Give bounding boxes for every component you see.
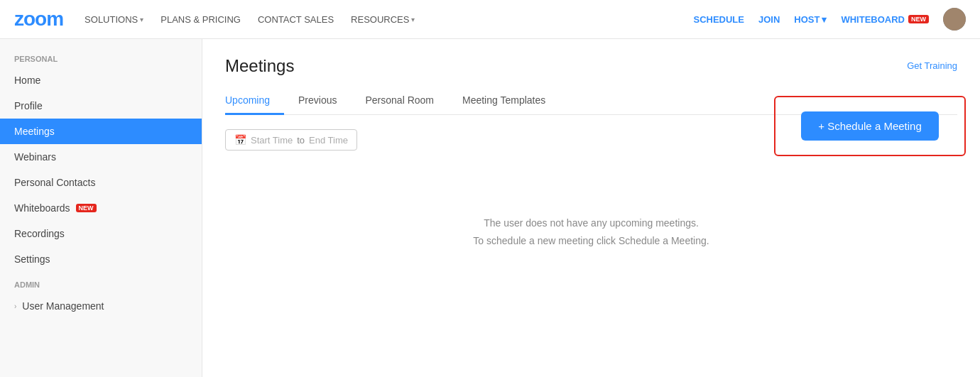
nav-host[interactable]: HOST ▾ [794, 14, 827, 25]
nav-contact-sales[interactable]: CONTACT SALES [258, 14, 334, 25]
page-layout: PERSONAL Home Profile Meetings Webinars … [0, 39, 980, 377]
tab-previous[interactable]: Previous [284, 87, 351, 115]
nav-left: zoom SOLUTIONS ▾ PLANS & PRICING CONTACT… [14, 8, 415, 31]
resources-arrow-icon: ▾ [411, 16, 415, 23]
schedule-meeting-button[interactable]: + Schedule a Meeting [801, 111, 939, 141]
nav-plans-pricing[interactable]: PLANS & PRICING [160, 14, 241, 25]
zoom-logo[interactable]: zoom [14, 8, 63, 31]
nav-resources[interactable]: RESOURCES ▾ [351, 14, 415, 25]
solutions-arrow-icon: ▾ [140, 16, 143, 23]
whiteboard-new-badge: NEW [908, 15, 929, 23]
sidebar-admin-label: ADMIN [0, 272, 202, 293]
start-time-placeholder: Start Time [251, 135, 293, 146]
sidebar-item-user-management[interactable]: › User Management [0, 293, 202, 319]
end-time-placeholder: End Time [309, 135, 348, 146]
top-navigation: zoom SOLUTIONS ▾ PLANS & PRICING CONTACT… [0, 0, 980, 39]
tab-personal-room[interactable]: Personal Room [352, 87, 449, 115]
nav-whiteboard[interactable]: WHITEBOARD NEW [841, 14, 929, 25]
get-training-link[interactable]: Get Training [907, 60, 957, 71]
sidebar-personal-label: PERSONAL [0, 46, 202, 67]
page-title: Meetings [225, 56, 294, 76]
nav-links: SOLUTIONS ▾ PLANS & PRICING CONTACT SALE… [85, 14, 415, 25]
empty-state: The user does not have any upcoming meet… [225, 172, 957, 250]
user-avatar[interactable] [943, 8, 966, 31]
empty-line-2: To schedule a new meeting click Schedule… [473, 232, 709, 250]
sidebar-item-meetings[interactable]: Meetings [0, 119, 202, 144]
sidebar-item-webinars[interactable]: Webinars [0, 144, 202, 170]
sidebar-item-settings[interactable]: Settings [0, 246, 202, 272]
nav-schedule[interactable]: SCHEDULE [693, 14, 744, 25]
empty-line-1: The user does not have any upcoming meet… [484, 214, 699, 232]
tab-meeting-templates[interactable]: Meeting Templates [448, 87, 560, 115]
whiteboards-new-badge: NEW [76, 204, 97, 212]
nav-right: SCHEDULE JOIN HOST ▾ WHITEBOARD NEW [693, 8, 966, 31]
sidebar-item-recordings[interactable]: Recordings [0, 221, 202, 246]
date-range-picker[interactable]: 📅 Start Time to End Time [225, 129, 357, 151]
user-management-arrow-icon: › [14, 302, 16, 310]
page-header: Meetings Get Training [225, 56, 957, 76]
schedule-meeting-box: + Schedule a Meeting [774, 96, 966, 156]
sidebar-item-profile[interactable]: Profile [0, 93, 202, 119]
main-content: Meetings Get Training Upcoming Previous … [202, 39, 980, 377]
tab-upcoming[interactable]: Upcoming [225, 87, 284, 115]
sidebar-item-personal-contacts[interactable]: Personal Contacts [0, 170, 202, 195]
nav-join[interactable]: JOIN [758, 14, 780, 25]
host-arrow-icon: ▾ [822, 14, 827, 25]
calendar-icon: 📅 [234, 134, 246, 146]
avatar-image [943, 8, 966, 31]
sidebar-item-home[interactable]: Home [0, 67, 202, 93]
nav-whiteboard-label: WHITEBOARD [841, 14, 905, 25]
nav-solutions[interactable]: SOLUTIONS ▾ [85, 14, 143, 25]
sidebar: PERSONAL Home Profile Meetings Webinars … [0, 39, 202, 377]
sidebar-item-whiteboards[interactable]: Whiteboards NEW [0, 195, 202, 221]
date-range-separator: to [297, 135, 305, 146]
